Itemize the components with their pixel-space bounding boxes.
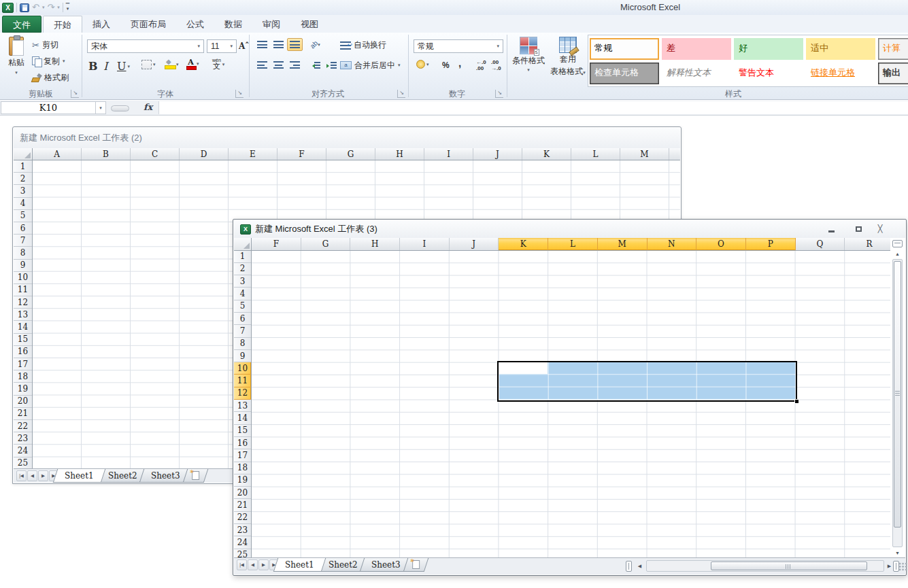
col-header-P[interactable]: P bbox=[746, 238, 796, 250]
scroll-left-icon[interactable]: ◀ bbox=[635, 561, 644, 572]
row-header-23[interactable]: 23 bbox=[234, 524, 251, 536]
row-header-5[interactable]: 5 bbox=[14, 210, 32, 222]
row-header-23[interactable]: 23 bbox=[14, 432, 32, 445]
scrollbar-thumb[interactable] bbox=[894, 261, 901, 528]
select-all-corner[interactable] bbox=[14, 148, 33, 160]
prev-sheet-icon[interactable]: ◀ bbox=[248, 559, 258, 570]
format-painter-button[interactable]: 格式刷 bbox=[32, 71, 69, 84]
row-header-13[interactable]: 13 bbox=[14, 309, 32, 321]
align-right-button[interactable] bbox=[287, 58, 303, 71]
col-header-H[interactable]: H bbox=[350, 238, 400, 250]
first-sheet-icon[interactable]: |◀ bbox=[16, 470, 27, 481]
col-header-I[interactable]: I bbox=[400, 238, 450, 250]
sheet-tab-Sheet1[interactable]: Sheet1 bbox=[273, 558, 326, 572]
row-header-11[interactable]: 11 bbox=[234, 375, 251, 387]
row-header-14[interactable]: 14 bbox=[234, 412, 251, 424]
format-as-table-button[interactable]: 套用 表格格式▾ bbox=[548, 37, 588, 77]
cell-style-常规[interactable]: 常规 bbox=[590, 38, 659, 60]
row-header-4[interactable]: 4 bbox=[234, 288, 251, 300]
scroll-up-icon[interactable]: ▲ bbox=[892, 249, 903, 258]
row-header-15[interactable]: 15 bbox=[234, 425, 251, 437]
comma-style-button[interactable]: , bbox=[458, 56, 461, 69]
align-bottom-button[interactable] bbox=[287, 38, 303, 51]
col-header-D[interactable]: D bbox=[180, 148, 229, 160]
resize-grip[interactable] bbox=[898, 562, 907, 571]
col-header-L[interactable]: L bbox=[571, 148, 620, 160]
row-header-6[interactable]: 6 bbox=[234, 313, 251, 325]
row-header-3[interactable]: 3 bbox=[234, 275, 251, 288]
ribbon-tab-视图[interactable]: 视图 bbox=[290, 16, 329, 33]
scrollbar-track[interactable] bbox=[892, 259, 903, 547]
cell-style-好[interactable]: 好 bbox=[734, 38, 803, 60]
select-all-corner[interactable] bbox=[234, 238, 252, 251]
row-header-16[interactable]: 16 bbox=[234, 437, 251, 449]
row-header-18[interactable]: 18 bbox=[14, 370, 32, 383]
window-title-bar[interactable]: X 新建 Microsoft Excel 工作表 (3) bbox=[234, 220, 905, 238]
col-header-F[interactable]: F bbox=[278, 148, 326, 160]
col-header-F[interactable]: F bbox=[252, 238, 301, 250]
row-header-7[interactable]: 7 bbox=[14, 235, 32, 247]
wrap-text-button[interactable]: 自动换行 bbox=[340, 38, 386, 52]
row-header-19[interactable]: 19 bbox=[14, 383, 32, 395]
font-dialog-launcher[interactable]: ↘ bbox=[235, 90, 243, 98]
scroll-down-icon[interactable]: ▼ bbox=[892, 548, 903, 557]
row-header-17[interactable]: 17 bbox=[14, 358, 32, 370]
next-sheet-icon[interactable]: ▶ bbox=[38, 470, 48, 481]
ribbon-tab-公式[interactable]: 公式 bbox=[176, 16, 214, 33]
ribbon-tab-数据[interactable]: 数据 bbox=[214, 16, 252, 33]
formula-input[interactable] bbox=[159, 101, 908, 114]
cell-style-计算[interactable]: 计算 bbox=[878, 38, 908, 60]
align-middle-button[interactable] bbox=[271, 38, 286, 51]
grid-area[interactable] bbox=[252, 251, 890, 558]
formula-bar-resize-handle[interactable] bbox=[111, 105, 129, 111]
col-header-G[interactable]: G bbox=[301, 238, 351, 250]
name-box-dropdown-icon[interactable]: ▾ bbox=[96, 101, 106, 114]
font-size-combobox[interactable]: 11 ▾ bbox=[207, 39, 237, 53]
cell-style-检查单元格[interactable]: 检查单元格 bbox=[590, 63, 659, 84]
row-header-24[interactable]: 24 bbox=[234, 536, 251, 549]
row-header-17[interactable]: 17 bbox=[234, 449, 251, 462]
undo-dropdown-icon[interactable]: ▾ bbox=[42, 5, 45, 10]
col-header-B[interactable]: B bbox=[82, 148, 131, 160]
ribbon-tab-插入[interactable]: 插入 bbox=[82, 16, 120, 33]
borders-button[interactable]: ▾ bbox=[141, 60, 156, 69]
bold-button[interactable]: B bbox=[88, 60, 98, 73]
row-header-4[interactable]: 4 bbox=[14, 198, 32, 210]
row-header-16[interactable]: 16 bbox=[14, 346, 32, 358]
decrease-indent-button[interactable] bbox=[307, 58, 323, 71]
alignment-dialog-launcher[interactable]: ↘ bbox=[397, 90, 405, 98]
paste-button[interactable]: 粘贴 ▾ bbox=[4, 37, 29, 86]
row-header-14[interactable]: 14 bbox=[14, 321, 32, 333]
cell-style-警告文本[interactable]: 警告文本 bbox=[734, 63, 803, 84]
cell-style-适中[interactable]: 适中 bbox=[806, 38, 875, 60]
col-header-N[interactable]: N bbox=[648, 238, 697, 250]
row-header-20[interactable]: 20 bbox=[14, 396, 32, 408]
row-header-12[interactable]: 12 bbox=[234, 387, 251, 400]
row-header-12[interactable]: 12 bbox=[14, 296, 32, 309]
italic-button[interactable]: I bbox=[103, 60, 107, 73]
col-header-Q[interactable]: Q bbox=[796, 238, 845, 250]
customize-quick-access-icon[interactable]: ▔▾ bbox=[66, 5, 69, 10]
accounting-format-button[interactable]: ▾ bbox=[416, 60, 429, 69]
insert-worksheet-button[interactable] bbox=[403, 558, 428, 572]
row-header-9[interactable]: 9 bbox=[234, 350, 251, 362]
row-header-18[interactable]: 18 bbox=[234, 462, 251, 474]
col-header-I[interactable]: I bbox=[424, 148, 473, 160]
row-header-10[interactable]: 10 bbox=[234, 362, 251, 375]
col-header-R[interactable]: R bbox=[845, 238, 890, 250]
font-name-combobox[interactable]: 宋体 ▾ bbox=[87, 39, 204, 53]
col-header-E[interactable]: E bbox=[229, 148, 278, 160]
col-header-J[interactable]: J bbox=[473, 148, 522, 160]
row-header-22[interactable]: 22 bbox=[14, 420, 32, 432]
col-header-K[interactable]: K bbox=[522, 148, 571, 160]
copy-button[interactable]: 复制 ▾ bbox=[32, 54, 65, 68]
ribbon-tab-页面布局[interactable]: 页面布局 bbox=[120, 16, 176, 33]
phonetic-guide-button[interactable]: wén文 ▾ bbox=[212, 58, 224, 70]
cell-style-链接单元格[interactable]: 链接单元格 bbox=[806, 63, 875, 84]
align-center-button[interactable] bbox=[271, 58, 286, 71]
horizontal-scrollbar-thumb[interactable] bbox=[711, 561, 867, 570]
fill-color-button[interactable]: ▾ bbox=[165, 60, 179, 69]
increase-decimal-button[interactable]: ←.0.00 bbox=[476, 59, 486, 71]
cut-button[interactable]: ✂ 剪切 bbox=[32, 38, 58, 52]
ribbon-tab-文件[interactable]: 文件 bbox=[2, 16, 41, 33]
